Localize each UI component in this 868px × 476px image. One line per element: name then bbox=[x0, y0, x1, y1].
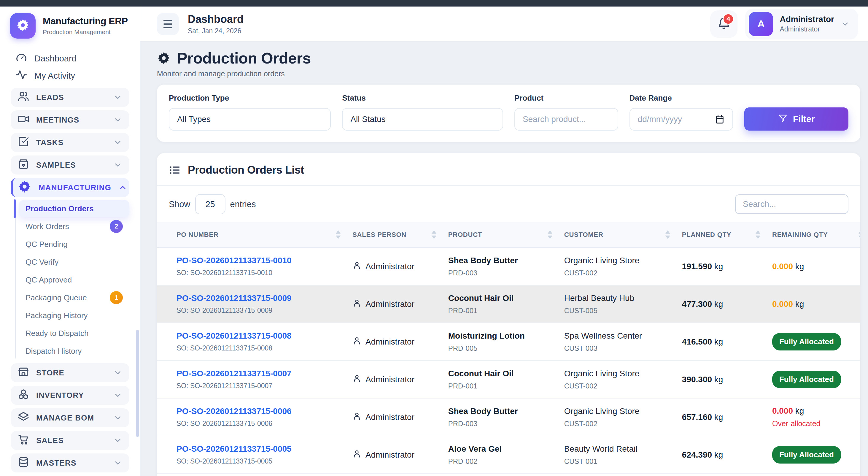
sidebar-item-store[interactable]: STORE bbox=[11, 363, 129, 382]
person-icon bbox=[352, 336, 361, 347]
sidebar-subitem-packaging-queue[interactable]: Packaging Queue1 bbox=[19, 289, 129, 306]
sidebar-subitem-work-orders[interactable]: Work Orders2 bbox=[19, 218, 129, 235]
po-number-link[interactable]: PO-SO-20260121133715-0005 bbox=[177, 444, 346, 454]
gear-icon bbox=[18, 180, 31, 196]
filter-button[interactable]: Filter bbox=[744, 108, 848, 130]
po-number-link[interactable]: PO-SO-20260121133715-0010 bbox=[177, 256, 346, 265]
sort-icon bbox=[547, 230, 553, 239]
table-row[interactable]: PO-SO-20260121133715-0010 SO: SO-2026012… bbox=[157, 247, 860, 285]
sidebar-item-dashboard[interactable]: Dashboard bbox=[11, 50, 129, 67]
table-row[interactable]: PO-SO-20260121133715-0006 SO: SO-2026012… bbox=[157, 398, 860, 436]
header-date: Sat, Jan 24, 2026 bbox=[188, 27, 244, 35]
entries-label: entries bbox=[230, 200, 256, 209]
gear-icon bbox=[16, 19, 30, 33]
po-number-link[interactable]: PO-SO-20260121133715-0007 bbox=[177, 369, 346, 378]
customer-name: Herbal Beauty Hub bbox=[564, 294, 676, 303]
production-orders-list-panel: Production Orders List Show 25 entries bbox=[157, 153, 860, 476]
notifications-button[interactable]: 4 bbox=[710, 10, 738, 38]
po-number-link[interactable]: PO-SO-20260121133715-0008 bbox=[177, 331, 346, 341]
planned-qty: 477.300 kg bbox=[682, 299, 772, 309]
sidebar-item-samples[interactable]: SAMPLES bbox=[11, 155, 129, 175]
sidebar-item-tasks[interactable]: TASKS bbox=[11, 133, 129, 152]
sort-icon bbox=[665, 230, 671, 239]
column-header-sales-person[interactable]: SALES PERSON bbox=[352, 222, 448, 247]
chevron-up-icon bbox=[118, 183, 127, 192]
po-number-link[interactable]: PO-SO-20260121133715-0006 bbox=[177, 407, 346, 416]
column-header-remaining-qty[interactable]: REMAINING QTY bbox=[772, 222, 860, 247]
app-tagline: Production Management bbox=[43, 29, 128, 36]
store-icon bbox=[18, 366, 29, 380]
customer-code: CUST-001 bbox=[564, 457, 676, 466]
sidebar-subitem-ready-to-dispatch[interactable]: Ready to Dispatch bbox=[19, 325, 129, 342]
product-code: PRD-003 bbox=[448, 420, 558, 428]
table-header-row: PO NUMBERSALES PERSONPRODUCTCUSTOMERPLAN… bbox=[157, 222, 860, 247]
sidebar-subitem-qc-approved[interactable]: QC Approved bbox=[19, 271, 129, 289]
sidebar-scrollbar[interactable] bbox=[136, 330, 139, 437]
sidebar-item-sales[interactable]: SALES bbox=[11, 431, 129, 450]
column-label: PRODUCT bbox=[448, 231, 482, 239]
sidebar-item-masters[interactable]: MASTERS bbox=[11, 453, 129, 472]
video-icon bbox=[18, 113, 29, 127]
sidebar-item-manufacturing[interactable]: MANUFACTURING bbox=[11, 178, 129, 197]
product-search-field bbox=[515, 108, 618, 130]
date-range-input[interactable]: dd/mm/yyyy bbox=[629, 108, 733, 130]
table-row[interactable]: PO-SO-20260121133715-0008 SO: SO-2026012… bbox=[157, 323, 860, 361]
sidebar-nav: DashboardMy ActivityLEADSMEETINGSTASKSSA… bbox=[0, 45, 140, 472]
so-number: SO: SO-20260121133715-0007 bbox=[177, 382, 346, 390]
production-type-select[interactable]: All Types bbox=[169, 108, 331, 130]
subitem-label: Ready to Dispatch bbox=[26, 329, 88, 338]
user-role: Administrator bbox=[780, 25, 834, 33]
po-number-link[interactable]: PO-SO-20260121133715-0009 bbox=[177, 294, 346, 303]
sidebar-item-my-activity[interactable]: My Activity bbox=[11, 67, 129, 84]
subitem-label: QC Verify bbox=[26, 258, 58, 267]
top-header: Dashboard Sat, Jan 24, 2026 4 A Administ… bbox=[140, 6, 868, 41]
product-name: Moisturizing Lotion bbox=[448, 331, 558, 341]
person-icon bbox=[352, 374, 361, 385]
customer-code: CUST-005 bbox=[564, 306, 676, 315]
column-label: SALES PERSON bbox=[352, 231, 406, 239]
sidebar-subitem-dispatch-history[interactable]: Dispatch History bbox=[19, 343, 129, 360]
status-select[interactable]: All Status bbox=[342, 108, 503, 130]
column-header-po-number[interactable]: PO NUMBER bbox=[157, 222, 352, 247]
fully-allocated-badge: Fully Allocated bbox=[772, 446, 841, 464]
planned-qty: 657.160 kg bbox=[682, 413, 772, 422]
sort-icon bbox=[755, 230, 761, 239]
product-name: Aloe Vera Gel bbox=[448, 444, 558, 454]
sidebar-subitem-qc-verify[interactable]: QC Verify bbox=[19, 254, 129, 271]
production-type-value: All Types bbox=[177, 115, 211, 124]
sidebar-toggle-button[interactable] bbox=[157, 13, 179, 35]
column-header-customer[interactable]: CUSTOMER bbox=[564, 222, 682, 247]
entries-select[interactable]: 25 bbox=[195, 194, 225, 214]
user-menu[interactable]: A Administrator Administrator bbox=[745, 9, 858, 39]
product-code: PRD-002 bbox=[448, 457, 558, 466]
sidebar: Manufacturing ERP Production Management … bbox=[0, 6, 140, 476]
column-label: PO NUMBER bbox=[177, 231, 219, 239]
table-row[interactable]: PO-SO-20260121133715-0007 SO: SO-2026012… bbox=[157, 361, 860, 398]
table-search-input[interactable] bbox=[743, 200, 841, 209]
chevron-down-icon bbox=[113, 368, 122, 377]
chevron-down-icon bbox=[113, 160, 122, 170]
fully-allocated-badge: Fully Allocated bbox=[772, 333, 841, 351]
customer-name: Beauty World Retail bbox=[564, 444, 676, 454]
sidebar-item-label: MANUFACTURING bbox=[38, 183, 111, 192]
entries-value: 25 bbox=[205, 200, 215, 209]
column-header-product[interactable]: PRODUCT bbox=[448, 222, 564, 247]
sidebar-subitem-qc-pending[interactable]: QC Pending bbox=[19, 236, 129, 253]
column-header-planned-qty[interactable]: PLANNED QTY bbox=[682, 222, 772, 247]
sidebar-item-leads[interactable]: LEADS bbox=[11, 88, 129, 107]
sidebar-item-meetings[interactable]: MEETINGS bbox=[11, 110, 129, 129]
sidebar-item-label: TASKS bbox=[36, 138, 63, 147]
sidebar-subitem-packaging-history[interactable]: Packaging History bbox=[19, 307, 129, 324]
task-icon bbox=[18, 136, 29, 149]
subitem-label: Dispatch History bbox=[26, 347, 82, 356]
table-row[interactable]: PO-SO-20260121133715-0009 SO: SO-2026012… bbox=[157, 285, 860, 323]
product-name: Coconut Hair Oil bbox=[448, 294, 558, 303]
show-label: Show bbox=[169, 200, 190, 209]
product-search-input[interactable] bbox=[523, 115, 610, 124]
sidebar-item-manage-bom[interactable]: MANAGE BOM bbox=[11, 408, 129, 427]
customer-code: CUST-002 bbox=[564, 420, 676, 428]
table-row[interactable]: PO-SO-20260121133715-0005 SO: SO-2026012… bbox=[157, 436, 860, 474]
cart-icon bbox=[18, 434, 29, 447]
sidebar-item-inventory[interactable]: INVENTORY bbox=[11, 386, 129, 405]
sidebar-subitem-production-orders[interactable]: Production Orders bbox=[19, 200, 129, 217]
